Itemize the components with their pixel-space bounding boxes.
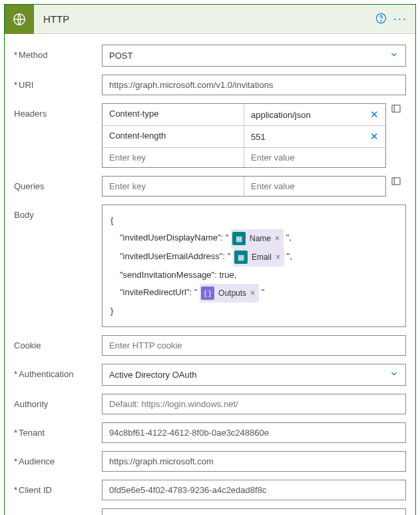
http-globe-icon [5,5,34,34]
header-value-input[interactable]: application/json ✕ [244,104,385,125]
tenant-input[interactable]: 94c8bf61-4122-4612-8f0b-0ae3c248860e [102,422,406,443]
remove-token-icon[interactable]: × [275,231,280,247]
compose-icon: { } [201,286,214,300]
http-action-card: HTTP ··· Method POST URI [4,4,416,515]
headers-label: Headers [14,103,102,119]
chevron-down-icon [389,369,399,380]
audience-input[interactable]: https://graph.microsoft.com [102,451,406,472]
card-body: Method POST URI https://graph.microsoft.… [5,34,415,515]
queries-table: Enter key Enter value [102,176,386,197]
query-key-input[interactable]: Enter key [103,177,244,196]
card-header: HTTP ··· [5,5,415,34]
uri-input[interactable]: https://graph.microsoft.com/v1.0/invitat… [102,75,406,95]
authority-input[interactable]: Default: https://login.windows.net/ [102,394,406,414]
body-input[interactable]: { "invitedUserDisplayName": " ▦Name× ", … [102,205,406,327]
remove-row-icon[interactable]: ✕ [366,131,379,143]
audience-label: Audience [14,451,102,466]
header-key-input[interactable]: Content-length [103,126,244,147]
authentication-select[interactable]: Active Directory OAuth [102,364,406,386]
svg-point-2 [381,20,381,21]
headers-table: Content-type application/json ✕ Content-… [102,103,386,168]
remove-row-icon[interactable]: ✕ [366,109,379,121]
svg-rect-4 [392,178,400,185]
uri-label: URI [14,75,102,90]
card-title: HTTP [34,13,375,25]
method-label: Method [14,45,102,60]
dynamic-token-email[interactable]: ▦Email× [233,248,284,266]
cookie-label: Cookie [14,335,102,350]
authority-label: Authority [14,394,102,409]
cookie-input[interactable]: Enter HTTP cookie [102,335,406,356]
remove-token-icon[interactable]: × [250,285,255,301]
header-key-input[interactable]: Enter key [103,148,244,167]
method-select[interactable]: POST [102,45,406,67]
switch-to-text-mode-icon[interactable] [391,176,401,189]
dynamic-token-name[interactable]: ▦Name× [231,229,284,248]
body-label: Body [14,205,102,220]
help-icon[interactable] [375,13,387,26]
header-key-input[interactable]: Content-type [103,104,244,125]
authentication-label: Authentication [14,364,102,379]
method-value: POST [109,51,132,61]
client-id-label: Client ID [14,480,102,495]
client-id-input[interactable]: 0fd5e6e5-4f02-4783-9236-a4c2edad8f8c [102,480,406,500]
tenant-label: Tenant [14,422,102,438]
header-value-input[interactable]: 551 ✕ [244,126,385,147]
dynamic-token-outputs[interactable]: { }Outputs× [200,284,259,302]
chevron-down-icon [389,50,399,61]
forms-icon: ▦ [232,232,246,245]
query-value-input[interactable]: Enter value [244,177,385,196]
forms-icon: ▦ [234,251,248,264]
credential-type-label: Credential Type [14,508,102,515]
header-value-input[interactable]: Enter value [244,148,385,167]
more-menu-icon[interactable]: ··· [393,12,407,26]
credential-type-select[interactable]: Secret [102,508,406,515]
remove-token-icon[interactable]: × [276,249,280,265]
svg-rect-3 [392,105,400,113]
switch-to-text-mode-icon[interactable] [391,103,401,116]
queries-label: Queries [14,176,102,191]
